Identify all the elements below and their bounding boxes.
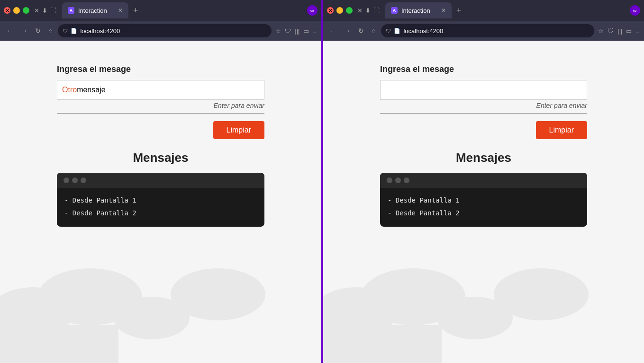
terminal-header-right	[380, 173, 587, 188]
bookmark-icon-right[interactable]: ☆	[598, 27, 604, 35]
terminal-right: - Desde Pantalla 1- Desde Pantalla 2	[380, 173, 587, 227]
form-label-left: Ingresa el mesage	[57, 64, 264, 74]
clear-btn-right[interactable]: Limpiar	[536, 121, 587, 139]
message-2-right: - Desde Pantalla 2	[388, 207, 580, 219]
title-bar-right: ✕ ✕ ⬇ ⛶ A Interaction ✕ +	[323, 0, 644, 21]
window-controls-left: ✕	[4, 7, 29, 14]
message-1-left: - Desde Pantalla 1	[64, 195, 257, 206]
cloud-base1-left	[0, 325, 118, 363]
divider-left	[57, 113, 264, 114]
new-tab-btn-left[interactable]: +	[130, 5, 141, 17]
forward-btn-right[interactable]: →	[342, 26, 353, 35]
input-rest-text-left: mensaje	[77, 86, 105, 94]
mensajes-title-right: Mensajes	[380, 151, 587, 165]
browser-left: ✕ ✕ ⬇ ⛶ A Interaction ✕ + ← → ↻ ⌂ 🛡 📄	[0, 0, 321, 363]
term-dot3-right	[404, 177, 409, 183]
reload-btn-left[interactable]: ↻	[33, 26, 43, 35]
close-btn-right[interactable]: ✕	[327, 7, 334, 14]
fullscreen-icon[interactable]: ⛶	[50, 7, 56, 14]
enter-hint-left: Enter para enviar	[57, 102, 264, 109]
term-dot1-right	[387, 177, 392, 183]
tab-title-right: Interaction	[401, 7, 430, 14]
terminal-header-left	[57, 173, 264, 188]
browser-right: ✕ ✕ ⬇ ⛶ A Interaction ✕ + ← → ↻ ⌂ 🛡 📄	[323, 0, 644, 363]
close-window-icon-right[interactable]: ✕	[357, 7, 363, 14]
library-icon-left[interactable]: |||	[295, 27, 299, 35]
address-bar-left: ← → ↻ ⌂ 🛡 📄 localhost:4200 ☆ 🛡 ||| ▭ ≡	[0, 21, 321, 41]
cloud-base1-right	[323, 325, 442, 363]
enter-hint-right: Enter para enviar	[380, 102, 587, 109]
tab-bar-left: A Interaction ✕ +	[62, 2, 304, 18]
privacy-icon-right[interactable]	[630, 5, 640, 16]
new-tab-btn-right[interactable]: +	[454, 5, 464, 17]
tab-title-left: Interaction	[78, 7, 107, 14]
download-icon[interactable]: ⬇	[42, 7, 47, 14]
active-tab-right[interactable]: A Interaction ✕	[385, 2, 452, 18]
menu-icon-left[interactable]: ≡	[313, 27, 317, 35]
nav-icons-left: ✕ ⬇ ⛶	[34, 7, 56, 14]
url-text-left: localhost:4200	[80, 27, 120, 35]
clear-btn-row-right: Limpiar	[380, 121, 587, 139]
message-1-right: - Desde Pantalla 1	[388, 195, 580, 206]
menu-icon-right[interactable]: ≡	[635, 27, 639, 35]
tab-close-left[interactable]: ✕	[118, 7, 123, 14]
nav-icons-right: ✕ ⬇ ⛶	[357, 7, 380, 14]
message-input-right[interactable]	[380, 80, 587, 100]
terminal-body-left: - Desde Pantalla 1- Desde Pantalla 2	[57, 188, 264, 227]
cloud-bg-right	[323, 259, 644, 363]
home-btn-left[interactable]: ⌂	[46, 26, 54, 35]
tab-close-right[interactable]: ✕	[441, 7, 446, 14]
address-bar-right: ← → ↻ ⌂ 🛡 📄 localhost:4200 ☆ 🛡 ||| ▭ ≡	[323, 21, 644, 41]
term-dot2-left	[72, 177, 78, 183]
home-btn-right[interactable]: ⌂	[370, 26, 377, 35]
download-icon-right[interactable]: ⬇	[365, 7, 371, 14]
tab-bar-right: A Interaction ✕ +	[385, 2, 627, 18]
security-icon-right: 🛡	[386, 28, 391, 34]
clear-btn-row-left: Limpiar	[57, 121, 264, 139]
title-bar-left: ✕ ✕ ⬇ ⛶ A Interaction ✕ +	[0, 0, 321, 21]
url-field-right[interactable]: 🛡 📄 localhost:4200	[381, 24, 594, 37]
title-right-icons-left	[307, 5, 317, 16]
privacy-icon-left[interactable]	[307, 5, 317, 16]
shield-icon-right[interactable]: 🛡	[608, 27, 614, 35]
term-dot1-left	[63, 177, 69, 183]
message-2-left: - Desde Pantalla 2	[64, 207, 257, 219]
shield-icon-left[interactable]: 🛡	[285, 27, 291, 35]
active-tab-left[interactable]: A Interaction ✕	[62, 2, 128, 18]
maximize-btn-left[interactable]	[23, 7, 29, 14]
cloud4-right	[494, 268, 589, 320]
cloud4-left	[171, 268, 265, 320]
divider-right	[380, 113, 587, 114]
forward-btn-left[interactable]: →	[19, 26, 29, 35]
back-btn-left[interactable]: ←	[5, 26, 15, 35]
cloud-bg-left	[0, 259, 321, 363]
library-icon-right[interactable]: |||	[617, 27, 622, 35]
lock-icon-right: 📄	[394, 28, 400, 34]
page-content-right: Ingresa el mesage Enter para enviar Limp…	[323, 41, 644, 363]
maximize-btn-right[interactable]	[346, 7, 353, 14]
sidebar-icon-left[interactable]: ▭	[303, 27, 309, 35]
minimize-btn-right[interactable]	[336, 7, 343, 14]
reload-btn-right[interactable]: ↻	[356, 26, 366, 35]
sidebar-icon-right[interactable]: ▭	[626, 27, 632, 35]
input-colored-text-left: Otro	[62, 86, 77, 94]
clear-btn-left[interactable]: Limpiar	[213, 121, 264, 139]
bookmark-icon-left[interactable]: ☆	[275, 27, 281, 35]
form-label-right: Ingresa el mesage	[380, 64, 587, 74]
window-controls-right: ✕	[327, 7, 353, 14]
terminal-body-right: - Desde Pantalla 1- Desde Pantalla 2	[380, 188, 587, 227]
address-right-left: ☆ 🛡 ||| ▭ ≡	[275, 27, 317, 35]
message-input-left[interactable]: Otro mensaje	[57, 80, 264, 100]
term-dot3-left	[81, 177, 86, 183]
back-btn-right[interactable]: ←	[328, 26, 338, 35]
fullscreen-icon-right[interactable]: ⛶	[373, 7, 380, 14]
close-window-icon[interactable]: ✕	[34, 7, 39, 14]
url-field-left[interactable]: 🛡 📄 localhost:4200	[58, 24, 272, 37]
tab-favicon-right: A	[391, 7, 398, 14]
title-right-icons-right	[630, 5, 640, 16]
url-text-right: localhost:4200	[403, 27, 443, 35]
lock-icon-left: 📄	[71, 28, 77, 34]
address-right-right: ☆ 🛡 ||| ▭ ≡	[598, 27, 639, 35]
minimize-btn-left[interactable]	[13, 7, 20, 14]
close-btn-left[interactable]: ✕	[4, 7, 10, 14]
